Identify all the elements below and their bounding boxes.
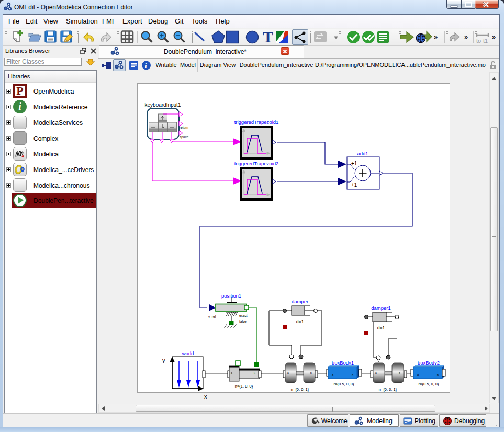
svg-text:exact=: exact=: [239, 314, 250, 317]
svg-text:a: a: [287, 371, 289, 374]
svg-text:add1: add1: [357, 151, 368, 156]
svg-text:n={0, 0, 1}: n={0, 0, 1}: [379, 387, 397, 392]
svg-text:d=1: d=1: [377, 325, 385, 331]
svg-text:triggeredTrapezoid2: triggeredTrapezoid2: [234, 161, 279, 166]
svg-text:n={0, 0, 1}: n={0, 0, 1}: [291, 387, 309, 392]
svg-text:b: b: [352, 373, 353, 377]
svg-text:return: return: [180, 126, 188, 129]
svg-text:position1: position1: [221, 293, 241, 299]
svg-text:v_ref: v_ref: [208, 315, 216, 319]
svg-text:a: a: [231, 371, 232, 374]
svg-text:space: space: [180, 135, 189, 139]
svg-text:+1: +1: [351, 182, 357, 188]
svg-text:x: x: [204, 393, 207, 400]
svg-text:i: i: [145, 62, 147, 70]
svg-text:b: b: [310, 371, 312, 374]
svg-text:damper: damper: [292, 299, 308, 304]
svg-text:b: b: [399, 371, 400, 374]
svg-text:y: y: [162, 357, 165, 363]
svg-text:damper1: damper1: [371, 305, 391, 311]
svg-text:r={0.5, 0, 0}: r={0.5, 0, 0}: [419, 382, 439, 386]
svg-text:to: to: [476, 38, 481, 44]
svg-text:t1: t1: [483, 38, 488, 44]
svg-text:keyboardInput1: keyboardInput1: [145, 102, 181, 108]
svg-text:a: a: [375, 371, 377, 374]
svg-text:+1: +1: [351, 161, 357, 166]
svg-text:n={1, 0, 0}: n={1, 0, 0}: [235, 384, 253, 389]
svg-text:b: b: [437, 373, 439, 377]
svg-text:b: b: [254, 372, 255, 375]
svg-text:r={0.5, 0, 0}: r={0.5, 0, 0}: [334, 382, 354, 386]
svg-text:world: world: [182, 350, 194, 356]
svg-text:d=1: d=1: [296, 319, 304, 324]
svg-text:triggeredTrapezoid1: triggeredTrapezoid1: [234, 119, 279, 125]
svg-text:false: false: [239, 320, 247, 323]
